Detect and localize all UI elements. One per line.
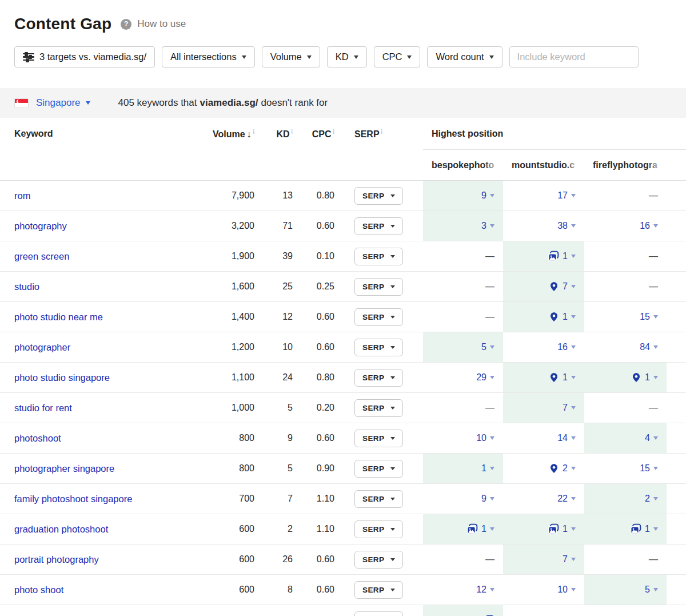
keyword-link[interactable]: graduation photoshoot bbox=[14, 524, 108, 535]
position-dropdown-caret[interactable] bbox=[571, 497, 576, 500]
serp-dropdown-button[interactable]: SERP bbox=[354, 339, 403, 356]
position-dropdown-caret[interactable] bbox=[490, 497, 494, 500]
serp-dropdown-button[interactable]: SERP bbox=[354, 399, 403, 417]
keyword-link[interactable]: photography bbox=[14, 221, 67, 232]
keyword-link[interactable]: studio for rent bbox=[14, 403, 72, 414]
position-value[interactable]: 2 bbox=[645, 494, 650, 504]
position-dropdown-caret[interactable] bbox=[571, 285, 576, 288]
keyword-link[interactable]: portrait photography bbox=[14, 554, 99, 565]
position-dropdown-caret[interactable] bbox=[490, 194, 494, 197]
intersections-dropdown[interactable]: All intersections bbox=[162, 46, 255, 67]
position-dropdown-caret[interactable] bbox=[653, 345, 658, 349]
position-dropdown-caret[interactable] bbox=[571, 527, 576, 531]
position-dropdown-caret[interactable] bbox=[653, 224, 658, 228]
keyword-link[interactable]: photo studio near me bbox=[14, 312, 103, 323]
position-value[interactable]: 9 bbox=[481, 494, 486, 504]
keyword-link[interactable]: photoshoot bbox=[14, 433, 61, 444]
position-dropdown-caret[interactable] bbox=[653, 436, 658, 440]
position-value[interactable]: 9 bbox=[481, 190, 486, 201]
keyword-link[interactable]: green screen bbox=[14, 251, 69, 262]
keyword-link[interactable]: photo shoot bbox=[14, 585, 63, 595]
position-dropdown-caret[interactable] bbox=[653, 315, 658, 319]
competitor-header-1[interactable]: bespokephoto bbox=[423, 150, 503, 180]
cpc-filter-dropdown[interactable]: CPC bbox=[374, 46, 421, 67]
col-header-keyword[interactable]: Keyword bbox=[0, 129, 192, 139]
keyword-link[interactable]: photographer bbox=[14, 342, 70, 353]
position-dropdown-caret[interactable] bbox=[653, 527, 658, 531]
serp-dropdown-button[interactable]: SERP bbox=[354, 611, 403, 616]
col-header-volume[interactable]: Volume↓i bbox=[192, 128, 254, 140]
how-to-use-link[interactable]: How to use bbox=[137, 18, 186, 30]
keyword-link[interactable]: studio bbox=[14, 281, 39, 292]
position-dropdown-caret[interactable] bbox=[571, 406, 576, 410]
position-value[interactable]: 14 bbox=[557, 433, 568, 443]
position-dropdown-caret[interactable] bbox=[571, 194, 576, 197]
position-dropdown-caret[interactable] bbox=[571, 376, 576, 379]
serp-dropdown-button[interactable]: SERP bbox=[354, 369, 403, 387]
position-value[interactable]: 1 bbox=[563, 251, 568, 261]
serp-dropdown-button[interactable]: SERP bbox=[354, 248, 403, 265]
serp-dropdown-button[interactable]: SERP bbox=[354, 581, 403, 599]
position-dropdown-caret[interactable] bbox=[653, 588, 658, 591]
position-dropdown-caret[interactable] bbox=[571, 315, 576, 319]
position-value[interactable]: 1 bbox=[645, 524, 650, 534]
position-value[interactable]: 84 bbox=[640, 342, 650, 352]
position-dropdown-caret[interactable] bbox=[571, 255, 576, 258]
position-dropdown-caret[interactable] bbox=[490, 376, 494, 379]
position-dropdown-caret[interactable] bbox=[490, 345, 494, 349]
position-value[interactable]: 7 bbox=[563, 281, 568, 292]
position-value[interactable]: 1 bbox=[645, 372, 650, 383]
position-value[interactable]: 7 bbox=[563, 554, 568, 565]
position-dropdown-caret[interactable] bbox=[653, 467, 658, 470]
position-value[interactable]: 16 bbox=[640, 221, 650, 231]
serp-dropdown-button[interactable]: SERP bbox=[354, 187, 403, 205]
position-dropdown-caret[interactable] bbox=[571, 224, 576, 228]
position-dropdown-caret[interactable] bbox=[653, 376, 658, 379]
keyword-link[interactable]: photographer singapore bbox=[14, 463, 114, 474]
position-dropdown-caret[interactable] bbox=[571, 558, 576, 561]
serp-dropdown-button[interactable]: SERP bbox=[354, 551, 403, 569]
position-dropdown-caret[interactable] bbox=[490, 224, 494, 228]
position-value[interactable]: 2 bbox=[563, 463, 568, 474]
position-value[interactable]: 22 bbox=[557, 494, 568, 504]
keyword-link[interactable]: family photoshoot singapore bbox=[14, 494, 132, 504]
keyword-link[interactable]: photo studio singapore bbox=[14, 372, 110, 383]
serp-dropdown-button[interactable]: SERP bbox=[354, 217, 403, 235]
position-value[interactable]: 5 bbox=[481, 342, 486, 352]
position-dropdown-caret[interactable] bbox=[571, 467, 576, 470]
position-dropdown-caret[interactable] bbox=[490, 436, 494, 440]
serp-dropdown-button[interactable]: SERP bbox=[354, 430, 403, 447]
serp-dropdown-button[interactable]: SERP bbox=[354, 278, 403, 296]
position-dropdown-caret[interactable] bbox=[571, 588, 576, 591]
position-value[interactable]: 17 bbox=[557, 190, 568, 201]
position-value[interactable]: 3 bbox=[481, 221, 486, 231]
position-value[interactable]: 10 bbox=[557, 585, 568, 595]
position-value[interactable]: 1 bbox=[481, 524, 486, 534]
competitor-header-3[interactable]: fireflyphotogra bbox=[584, 150, 667, 180]
position-value[interactable]: 38 bbox=[557, 221, 568, 231]
keyword-link[interactable]: rom bbox=[14, 190, 30, 201]
position-dropdown-caret[interactable] bbox=[571, 436, 576, 440]
serp-dropdown-button[interactable]: SERP bbox=[354, 460, 403, 478]
kd-filter-dropdown[interactable]: KD bbox=[327, 46, 367, 67]
position-dropdown-caret[interactable] bbox=[490, 467, 494, 470]
position-value[interactable]: 1 bbox=[563, 524, 568, 534]
position-value[interactable]: 16 bbox=[557, 342, 568, 352]
col-header-kd[interactable]: KDi bbox=[254, 128, 293, 140]
serp-dropdown-button[interactable]: SERP bbox=[354, 490, 403, 508]
include-keyword-input[interactable] bbox=[509, 46, 639, 67]
position-value[interactable]: 4 bbox=[645, 433, 650, 443]
position-value[interactable]: 1 bbox=[481, 463, 486, 474]
volume-filter-dropdown[interactable]: Volume bbox=[262, 46, 320, 67]
targets-filter-button[interactable]: 3 targets vs. viamedia.sg/ bbox=[14, 46, 155, 67]
position-value[interactable]: 5 bbox=[645, 585, 650, 595]
word-count-filter-dropdown[interactable]: Word count bbox=[427, 46, 502, 67]
position-value[interactable]: 1 bbox=[563, 372, 568, 383]
position-value[interactable]: 15 bbox=[640, 312, 650, 322]
col-header-cpc[interactable]: CPCi bbox=[293, 128, 334, 140]
position-value[interactable]: 1 bbox=[563, 312, 568, 322]
position-value[interactable]: 15 bbox=[640, 463, 650, 474]
position-dropdown-caret[interactable] bbox=[490, 588, 494, 591]
position-value[interactable]: 10 bbox=[476, 433, 486, 443]
help-icon[interactable]: ? bbox=[121, 19, 131, 30]
